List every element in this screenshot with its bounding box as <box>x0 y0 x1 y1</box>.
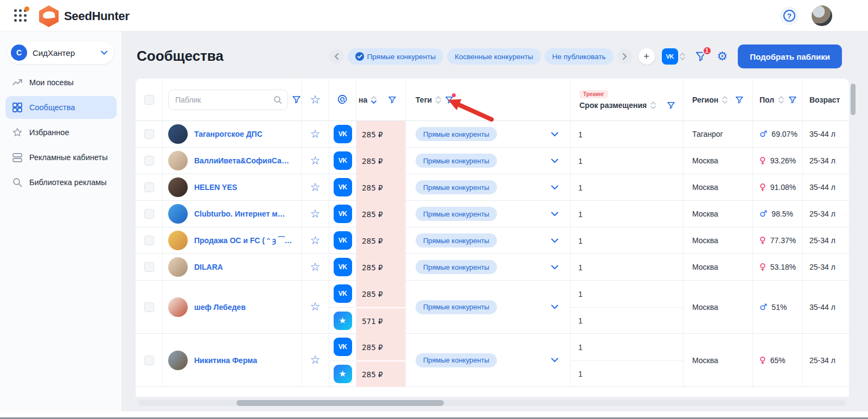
vk-platform-sort[interactable]: VK <box>662 48 686 65</box>
placement-sort-icon[interactable] <box>650 101 656 109</box>
favorite-star-icon[interactable]: ☆ <box>310 301 321 313</box>
gender-filter-icon[interactable] <box>788 96 797 104</box>
row-checkbox[interactable] <box>144 236 154 245</box>
favorite-star-icon[interactable]: ☆ <box>310 354 321 366</box>
sidebar-item-favorites[interactable]: Избранное <box>5 121 117 144</box>
favorite-star-icon[interactable]: ☆ <box>310 129 321 140</box>
favorite-star-icon[interactable]: ☆ <box>310 262 321 273</box>
apps-grid-icon[interactable] <box>14 9 27 22</box>
sidebar-item-my-seedings[interactable]: Мои посевы <box>5 71 117 94</box>
vertical-scrollbar-thumb[interactable] <box>851 84 856 115</box>
table-row: шеф Лебедев☆VK★285 ₽571 ₽Прямые конкурен… <box>136 281 849 334</box>
sidebar-item-label: Мои посевы <box>29 78 74 87</box>
tag-dropdown-chevron-icon[interactable] <box>551 265 558 270</box>
tag-pill[interactable]: Прямые конкуренты <box>416 260 497 274</box>
row-checkbox[interactable] <box>144 182 154 192</box>
sidebar-item-ad-cabinets[interactable]: Рекламные кабинеты <box>5 146 117 169</box>
region-sort-icon[interactable] <box>722 96 727 104</box>
horizontal-scrollbar-thumb[interactable] <box>237 400 444 406</box>
favorites-column-star-icon[interactable]: ☆ <box>310 94 321 106</box>
public-search-input[interactable] <box>175 96 273 104</box>
horizontal-scrollbar[interactable] <box>138 400 846 406</box>
row-checkbox[interactable] <box>144 355 154 365</box>
region-filter-icon[interactable] <box>735 96 744 104</box>
community-name-link[interactable]: Clubturbo. Интернет м… <box>194 210 285 218</box>
region-value: Таганрог <box>692 130 723 138</box>
vertical-scrollbar[interactable] <box>851 81 856 395</box>
tags-filter-active-dot <box>452 93 456 97</box>
community-name-link[interactable]: Таганрогское ДПС <box>194 130 263 138</box>
gender-percent-value: 91.08% <box>770 183 796 192</box>
tag-pill[interactable]: Прямые конкуренты <box>416 154 497 168</box>
region-column-label: Регион <box>692 96 718 104</box>
select-publics-button[interactable]: Подобрать паблики <box>738 45 842 68</box>
tag-dropdown-chevron-icon[interactable] <box>551 132 558 137</box>
row-checkbox[interactable] <box>144 129 154 139</box>
placement-filter-icon[interactable] <box>667 101 675 110</box>
sidebar-item-communities[interactable]: Сообщества <box>5 96 117 119</box>
help-button[interactable]: ? <box>780 7 799 25</box>
tag-dropdown-chevron-icon[interactable] <box>551 238 558 243</box>
gender-sort-icon[interactable] <box>778 96 784 104</box>
tag-pill[interactable]: Прямые конкуренты <box>416 207 497 221</box>
row-checkbox[interactable] <box>144 209 154 219</box>
age-value: 35-44 л <box>809 303 835 312</box>
tag-dropdown-chevron-icon[interactable] <box>551 212 558 217</box>
add-tag-button[interactable]: + <box>639 48 655 65</box>
tag-pill[interactable]: Прямые конкуренты <box>416 180 497 194</box>
row-checkbox[interactable] <box>144 262 154 272</box>
tag-dropdown-chevron-icon[interactable] <box>551 158 558 163</box>
tag-pill[interactable]: Прямые конкуренты <box>416 233 497 247</box>
female-icon: ♀ <box>760 156 766 165</box>
tag-pill[interactable]: Прямые конкуренты <box>416 300 497 314</box>
workspace-avatar: С <box>11 45 27 61</box>
community-name-link[interactable]: Никитина Ферма <box>194 356 257 365</box>
global-filter-button[interactable]: 1 <box>695 50 707 62</box>
price-sort-icon[interactable] <box>371 96 376 104</box>
vk-icon: VK <box>334 178 352 196</box>
sidebar-item-ad-library[interactable]: Библиотека рекламы <box>5 171 117 194</box>
tag-dropdown-chevron-icon[interactable] <box>551 304 558 309</box>
price-filter-icon[interactable] <box>388 96 397 104</box>
chips-scroll-left-button[interactable] <box>329 49 344 64</box>
price-value: 571 ₽ <box>362 317 383 326</box>
community-avatar <box>168 204 188 224</box>
public-filter-icon[interactable] <box>292 95 301 104</box>
tags-sort-icon[interactable] <box>436 96 441 104</box>
age-value: 25-34 л <box>809 156 835 165</box>
workspace-selector[interactable]: С СидХантер <box>8 41 114 64</box>
community-name-link[interactable]: DILARA <box>194 263 223 271</box>
tags-column-label: Теги <box>416 96 432 104</box>
toolbar: Прямые конкурентыКосвенные конкурентыНе … <box>329 45 842 68</box>
user-avatar[interactable] <box>812 5 832 26</box>
community-name-link[interactable]: ВаллиИвета&СофияСа… <box>194 156 289 165</box>
sidebar-item-label: Библиотека рекламы <box>29 178 106 187</box>
settings-gear-icon[interactable]: ⚙ <box>717 50 728 62</box>
favorite-star-icon[interactable]: ☆ <box>310 208 321 220</box>
tag-pill[interactable]: Прямые конкуренты <box>416 353 497 367</box>
age-value: 25-34 л <box>809 356 835 365</box>
brand[interactable]: SeedHunter <box>39 5 129 27</box>
tag-dropdown-chevron-icon[interactable] <box>551 185 558 190</box>
favorite-star-icon[interactable]: ☆ <box>310 155 321 167</box>
filter-chip-0[interactable]: Прямые конкуренты <box>348 48 444 65</box>
row-checkbox[interactable] <box>144 156 154 166</box>
row-checkbox[interactable] <box>144 302 154 312</box>
select-all-checkbox[interactable] <box>144 95 154 105</box>
footer-strip <box>0 411 868 417</box>
community-name-link[interactable]: Продажа ОС и FC ( ᵔ ȝ ⁀… <box>194 236 292 245</box>
tag-pill[interactable]: Прямые конкуренты <box>416 127 497 141</box>
favorite-star-icon[interactable]: ☆ <box>310 182 321 193</box>
chips-scroll-right-button[interactable] <box>617 49 633 64</box>
target-click-icon[interactable] <box>337 94 349 106</box>
table-row: ВаллиИвета&СофияСа…☆VK285 ₽Прямые конкур… <box>136 148 849 174</box>
sidebar: С СидХантер Мои посевыСообществаИзбранно… <box>0 31 122 411</box>
filter-chip-1[interactable]: Косвенные конкуренты <box>447 48 541 65</box>
community-name-link[interactable]: шеф Лебедев <box>194 303 246 312</box>
community-name-link[interactable]: HELEN YES <box>194 183 237 192</box>
public-search[interactable] <box>168 90 288 110</box>
tags-filter-icon[interactable] <box>445 96 454 104</box>
tag-dropdown-chevron-icon[interactable] <box>551 358 558 363</box>
filter-chip-2[interactable]: Не публиковать <box>545 48 614 65</box>
favorite-star-icon[interactable]: ☆ <box>310 235 321 246</box>
